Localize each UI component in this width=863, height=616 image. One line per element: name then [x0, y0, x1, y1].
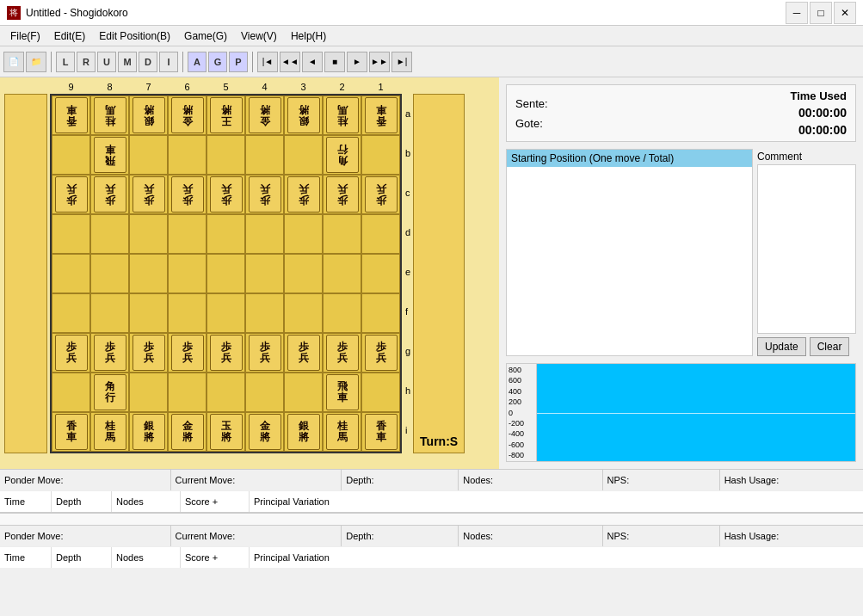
nav-prev-button[interactable]: ◄ [302, 52, 323, 72]
cell-2-0[interactable]: 歩兵 [52, 175, 90, 214]
cell-8-6[interactable]: 銀將 [284, 412, 323, 452]
nav-next-fast-button[interactable]: ►► [369, 52, 390, 72]
cell-1-0[interactable] [52, 135, 90, 175]
piece-6-3[interactable]: 歩兵 [171, 335, 204, 371]
cell-0-8[interactable]: 香車 [361, 95, 400, 135]
toolbar-M-button[interactable]: M [118, 52, 137, 72]
cell-1-4[interactable] [207, 135, 245, 175]
nav-end-button[interactable]: ►| [391, 52, 412, 72]
cell-3-8[interactable] [361, 214, 400, 254]
piece-0-6[interactable]: 銀將 [287, 97, 320, 133]
cell-4-4[interactable] [207, 254, 245, 293]
toolbar-G-button[interactable]: G [208, 52, 227, 72]
cell-0-7[interactable]: 桂馬 [323, 95, 361, 135]
cell-6-3[interactable]: 歩兵 [168, 333, 207, 373]
cell-1-6[interactable] [284, 135, 323, 175]
cell-4-1[interactable] [90, 254, 129, 293]
cell-1-3[interactable] [168, 135, 207, 175]
cell-3-0[interactable] [52, 214, 90, 254]
menu-help[interactable]: Help(H) [284, 28, 333, 44]
cell-0-5[interactable]: 金將 [245, 95, 284, 135]
cell-2-3[interactable]: 歩兵 [168, 175, 207, 214]
cell-0-0[interactable]: 香車 [52, 95, 90, 135]
moves-list[interactable]: Starting Position (One move / Total) [506, 149, 753, 356]
cell-0-3[interactable]: 金將 [168, 95, 207, 135]
nav-stop-button[interactable]: ■ [324, 52, 345, 72]
cell-7-8[interactable] [361, 373, 400, 412]
cell-5-3[interactable] [168, 293, 207, 333]
cell-2-1[interactable]: 歩兵 [90, 175, 129, 214]
cell-5-1[interactable] [90, 293, 129, 333]
cell-2-7[interactable]: 歩兵 [323, 175, 361, 214]
piece-0-1[interactable]: 桂馬 [94, 97, 126, 133]
piece-6-4[interactable]: 歩兵 [210, 335, 243, 371]
nav-start-button[interactable]: |◄ [257, 52, 278, 72]
cell-6-5[interactable]: 歩兵 [245, 333, 284, 373]
cell-8-4[interactable]: 玉將 [207, 412, 245, 452]
cell-3-1[interactable] [90, 214, 129, 254]
cell-1-5[interactable] [245, 135, 284, 175]
cell-4-7[interactable] [323, 254, 361, 293]
cell-4-6[interactable] [284, 254, 323, 293]
cell-5-5[interactable] [245, 293, 284, 333]
piece-1-1[interactable]: 飛車 [94, 137, 126, 173]
cell-6-0[interactable]: 歩兵 [52, 333, 90, 373]
piece-2-5[interactable]: 歩兵 [249, 176, 281, 213]
cell-8-1[interactable]: 桂馬 [90, 412, 129, 452]
piece-6-0[interactable]: 歩兵 [55, 335, 88, 371]
cell-4-3[interactable] [168, 254, 207, 293]
toolbar-U-button[interactable]: U [97, 52, 116, 72]
cell-6-2[interactable]: 歩兵 [129, 333, 168, 373]
piece-6-7[interactable]: 歩兵 [326, 335, 359, 371]
cell-8-7[interactable]: 桂馬 [323, 412, 361, 452]
moves-list-item[interactable]: Starting Position (One move / Total) [507, 150, 752, 167]
piece-0-0[interactable]: 香車 [55, 97, 88, 133]
piece-0-5[interactable]: 金將 [249, 97, 281, 133]
piece-6-6[interactable]: 歩兵 [287, 335, 320, 371]
toolbar-I-button[interactable]: I [159, 52, 178, 72]
piece-6-1[interactable]: 歩兵 [94, 335, 126, 371]
maximize-button[interactable]: □ [810, 2, 832, 24]
cell-6-8[interactable]: 歩兵 [361, 333, 400, 373]
piece-8-3[interactable]: 金將 [171, 414, 204, 450]
cell-4-2[interactable] [129, 254, 168, 293]
piece-2-2[interactable]: 歩兵 [133, 176, 165, 213]
piece-7-7[interactable]: 飛車 [326, 374, 359, 410]
cell-0-4[interactable]: 王將 [207, 95, 245, 135]
new-file-button[interactable]: 📄 [3, 52, 24, 72]
cell-1-7[interactable]: 角行 [323, 135, 361, 175]
piece-8-8[interactable]: 香車 [365, 414, 398, 450]
piece-0-8[interactable]: 香車 [365, 97, 398, 133]
menu-file[interactable]: File(F) [3, 28, 47, 44]
cell-2-5[interactable]: 歩兵 [245, 175, 284, 214]
piece-0-3[interactable]: 金將 [171, 97, 204, 133]
cell-7-6[interactable] [284, 373, 323, 412]
cell-7-4[interactable] [207, 373, 245, 412]
cell-7-1[interactable]: 角行 [90, 373, 129, 412]
cell-1-8[interactable] [361, 135, 400, 175]
menu-edit[interactable]: Edit(E) [47, 28, 93, 44]
menu-edit-position[interactable]: Edit Position(B) [92, 28, 177, 44]
cell-6-1[interactable]: 歩兵 [90, 333, 129, 373]
piece-6-2[interactable]: 歩兵 [133, 335, 165, 371]
comment-textarea[interactable] [757, 164, 856, 334]
piece-0-7[interactable]: 桂馬 [326, 97, 359, 133]
cell-8-3[interactable]: 金將 [168, 412, 207, 452]
clear-button[interactable]: Clear [810, 337, 850, 356]
piece-8-5[interactable]: 金將 [249, 414, 281, 450]
piece-7-1[interactable]: 角行 [94, 374, 126, 410]
cell-3-6[interactable] [284, 214, 323, 254]
piece-6-8[interactable]: 歩兵 [365, 335, 398, 371]
cell-0-6[interactable]: 銀將 [284, 95, 323, 135]
piece-0-2[interactable]: 銀將 [133, 97, 165, 133]
cell-6-7[interactable]: 歩兵 [323, 333, 361, 373]
open-file-button[interactable]: 📁 [26, 52, 46, 72]
cell-6-4[interactable]: 歩兵 [207, 333, 245, 373]
piece-2-3[interactable]: 歩兵 [171, 176, 204, 213]
close-button[interactable]: ✕ [834, 2, 856, 24]
cell-6-6[interactable]: 歩兵 [284, 333, 323, 373]
cell-2-8[interactable]: 歩兵 [361, 175, 400, 214]
menu-view[interactable]: View(V) [234, 28, 284, 44]
cell-3-7[interactable] [323, 214, 361, 254]
cell-3-4[interactable] [207, 214, 245, 254]
